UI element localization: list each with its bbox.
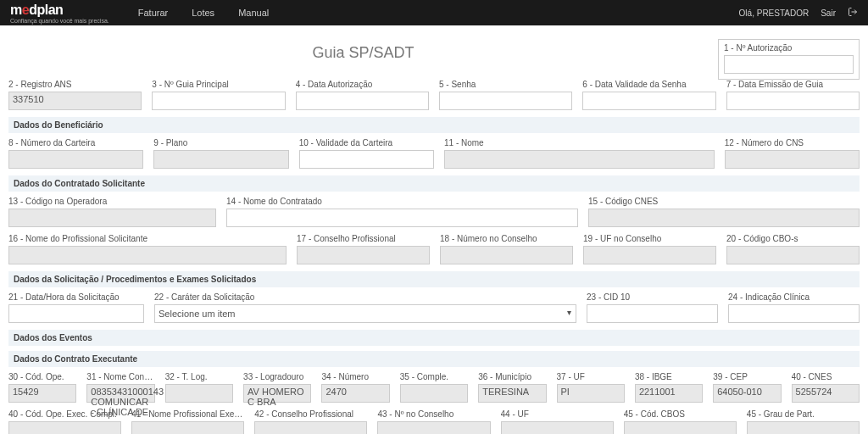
section-solicitacao: Dados da Solicitação / Procedimentos e E… (8, 271, 860, 287)
input-16-profissional-solicitante (8, 246, 287, 264)
label-33: 33 - Logradouro (243, 372, 311, 381)
field-1-autorizacao: 1 - Nº Autorização (718, 39, 860, 80)
label-8: 8 - Número da Carteira (8, 138, 143, 147)
brand-e: e (22, 3, 29, 17)
input-37-uf: PI (557, 384, 625, 403)
input-39-cep: 64050-010 (713, 384, 781, 403)
navbar: medplan Confiança quando você mais preci… (0, 0, 868, 25)
nav-manual[interactable]: Manual (226, 1, 281, 25)
input-34-numero: 2470 (321, 384, 389, 403)
input-5-senha[interactable] (439, 92, 572, 110)
label-7: 7 - Data Emissão de Guia (726, 80, 860, 89)
brand: medplan Confiança quando você mais preci… (10, 3, 109, 24)
label-21: 21 - Data/Hora da Solicitação (8, 292, 144, 302)
label-45b: 45 - Grau de Part. (747, 409, 860, 419)
greeting: Olá, PRESTADOR (739, 8, 810, 18)
input-14-nome-contratado[interactable] (226, 209, 578, 227)
input-15-cnes (588, 209, 860, 227)
label-1: 1 - Nº Autorização (724, 43, 854, 53)
input-45a-cbos (624, 421, 737, 434)
input-3-guia-principal[interactable] (152, 92, 285, 110)
input-1-autorizacao[interactable] (724, 55, 854, 74)
label-11: 11 - Nome (444, 138, 715, 147)
label-36: 36 - Município (478, 372, 546, 381)
label-12: 12 - Número do CNS (725, 138, 860, 147)
section-beneficiario: Dados do Beneficiário (8, 117, 860, 133)
input-9-plano (153, 150, 288, 169)
label-38: 38 - IBGE (635, 372, 703, 381)
input-31-nome-contratado: 08353431000143 COMUNICAR - CLÍNICA DE (86, 384, 154, 403)
input-21-data-hora[interactable] (8, 304, 144, 323)
brand-tagline: Confiança quando você mais precisa. (10, 18, 109, 24)
nav-lotes[interactable]: Lotes (180, 1, 226, 25)
input-13-codigo-operadora (8, 209, 216, 227)
label-31: 31 - Nome Contratado (86, 372, 154, 381)
input-20-cbo (726, 246, 860, 264)
label-43: 43 - Nº no Conselho (377, 409, 490, 419)
label-45a: 45 - Cód. CBOS (624, 409, 737, 419)
label-2: 2 - Registro ANS (8, 80, 142, 89)
label-34: 34 - Número (321, 372, 389, 381)
label-9: 9 - Plano (153, 138, 288, 147)
input-7-data-emissao[interactable] (726, 92, 860, 110)
label-16: 16 - Nome do Profissional Solicitante (8, 234, 287, 243)
label-35: 35 - Comple. (400, 372, 468, 381)
input-8-carteira (8, 150, 143, 169)
input-2-registro-ans: 337510 (8, 92, 142, 110)
input-32-tlog (165, 384, 233, 403)
section-contratado-solicitante: Dados do Contratado Solicitante (8, 175, 860, 192)
input-42-conselho (254, 421, 367, 434)
label-13: 13 - Código na Operadora (8, 197, 216, 206)
input-4-data-autorizacao[interactable] (296, 92, 429, 110)
label-44: 44 - UF (501, 409, 614, 419)
label-4: 4 - Data Autorização (296, 80, 429, 89)
brand-dplan: dplan (29, 3, 63, 17)
input-19-uf-conselho (583, 246, 716, 264)
input-36-municipio: TERESINA (478, 384, 546, 403)
nav-faturar[interactable]: Faturar (126, 1, 180, 25)
input-35-complemento (400, 384, 468, 403)
input-40b-cod-ope-exec (8, 421, 121, 434)
input-33-logradouro: AV HOMERO C BRA (243, 384, 311, 403)
input-18-num-conselho (440, 246, 573, 264)
brand-logo: medplan (10, 3, 63, 17)
label-30: 30 - Cód. Ope. (8, 372, 76, 381)
label-17: 17 - Conselho Profissional (297, 234, 430, 243)
label-32: 32 - T. Log. (165, 372, 233, 381)
label-18: 18 - Número no Conselho (440, 234, 573, 243)
label-24: 24 - Indicação Clínica (728, 292, 860, 302)
input-30-cod-ope: 15429 (8, 384, 76, 403)
label-22: 22 - Caráter da Solicitação (154, 292, 576, 302)
section-contrato-executante: Dados do Contrato Executante (8, 351, 860, 367)
label-6: 6 - Data Validade da Senha (582, 80, 715, 89)
exit-link[interactable]: Sair (821, 8, 836, 18)
label-40: 40 - CNES (792, 372, 860, 381)
label-40b: 40 - Cód. Ope. Exec. Compl. (8, 409, 121, 419)
nav-right: Olá, PRESTADOR Sair (739, 7, 858, 19)
exit-icon[interactable] (848, 7, 858, 19)
label-41: 41 - Nome Profissional Exec./Compl. (131, 409, 244, 419)
label-5: 5 - Senha (439, 80, 572, 89)
label-37: 37 - UF (557, 372, 625, 381)
brand-m: m (10, 3, 22, 17)
section-eventos: Dados dos Eventos (8, 330, 860, 346)
input-23-cid10[interactable] (587, 304, 718, 323)
label-20: 20 - Código CBO-s (726, 234, 860, 243)
input-24-indicacao[interactable] (728, 304, 860, 323)
label-3: 3 - Nº Guia Principal (152, 80, 285, 89)
label-19: 19 - UF no Conselho (583, 234, 716, 243)
label-23: 23 - CID 10 (587, 292, 718, 302)
input-43-num-conselho (377, 421, 490, 434)
input-6-validade-senha[interactable] (582, 92, 715, 110)
page-title: Guia SP/SADT (8, 32, 718, 77)
nav-links: Faturar Lotes Manual (126, 1, 281, 25)
select-22-carater[interactable]: Selecione um item (154, 304, 576, 323)
input-44-uf (501, 421, 614, 434)
input-17-conselho (297, 246, 430, 264)
label-39: 39 - CEP (713, 372, 781, 381)
label-42: 42 - Conselho Profissional (254, 409, 367, 419)
input-41-nome-profissional (131, 421, 244, 434)
label-14: 14 - Nome do Contratado (226, 197, 578, 206)
input-10-validade-carteira[interactable] (299, 150, 434, 169)
label-10: 10 - Validade da Carteira (299, 138, 434, 147)
